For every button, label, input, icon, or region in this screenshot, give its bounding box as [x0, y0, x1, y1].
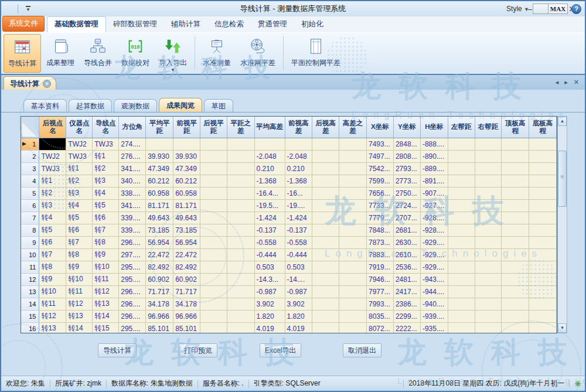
cell[interactable]	[529, 212, 557, 224]
cell[interactable]	[529, 322, 557, 333]
row-header[interactable]: ▶1	[21, 138, 39, 150]
cell[interactable]	[200, 273, 227, 285]
cell[interactable]	[227, 322, 254, 333]
cell[interactable]: -927....	[420, 199, 448, 212]
cell[interactable]	[339, 261, 367, 273]
cell[interactable]: 转3	[66, 187, 93, 199]
cell[interactable]: 2724...	[393, 199, 420, 212]
cell[interactable]: 2808...	[393, 150, 420, 162]
cell[interactable]	[475, 310, 502, 322]
cell[interactable]	[529, 138, 557, 150]
cell[interactable]: -0.558	[285, 236, 312, 248]
cell[interactable]: 60.902	[146, 273, 173, 285]
cell[interactable]: 转1	[93, 150, 119, 162]
cell[interactable]: 2750...	[393, 187, 420, 199]
cell[interactable]	[339, 224, 367, 236]
cell[interactable]: 3.902	[285, 298, 312, 310]
cell[interactable]	[529, 175, 557, 187]
column-header[interactable]: H坐标	[420, 117, 448, 138]
cell[interactable]: 转10	[93, 261, 119, 273]
cell[interactable]: TWJ3	[66, 150, 93, 162]
cell[interactable]	[200, 248, 227, 261]
cell[interactable]: 2417...	[393, 285, 420, 298]
cell[interactable]: 340....	[119, 175, 146, 187]
cell[interactable]: 转4	[93, 187, 119, 199]
column-header[interactable]: 后视点名	[39, 117, 66, 138]
cell[interactable]: -1.368	[254, 175, 285, 187]
column-header[interactable]: 平距之差	[227, 117, 254, 138]
cell[interactable]: 81.171	[173, 199, 200, 212]
cell[interactable]: -0.137	[285, 224, 312, 236]
cell[interactable]	[475, 150, 502, 162]
cell[interactable]	[448, 261, 475, 273]
row-header[interactable]: 10	[21, 248, 39, 261]
cell[interactable]: 49.643	[146, 212, 173, 224]
cell[interactable]: 60.958	[173, 187, 200, 199]
cell[interactable]	[448, 273, 475, 285]
cell[interactable]	[312, 212, 339, 224]
row-header[interactable]: 15	[21, 310, 39, 322]
cell[interactable]	[339, 248, 367, 261]
cell[interactable]	[227, 175, 254, 187]
cell[interactable]: 2386...	[393, 298, 420, 310]
cell[interactable]: -0.987	[285, 285, 312, 298]
cell[interactable]	[227, 261, 254, 273]
cell[interactable]: -1.424	[285, 212, 312, 224]
cell[interactable]	[200, 224, 227, 236]
column-header[interactable]: 底板高程	[529, 117, 557, 138]
cell[interactable]: 转2	[93, 162, 119, 175]
cell[interactable]	[312, 322, 339, 333]
cell[interactable]: 295....	[119, 322, 146, 333]
cell[interactable]: 转10	[39, 285, 66, 298]
cell[interactable]: 7542...	[366, 162, 393, 175]
cell[interactable]: 2536...	[393, 261, 420, 273]
cell[interactable]: 转7	[66, 236, 93, 248]
cell[interactable]: 47.349	[146, 162, 173, 175]
cell[interactable]	[39, 138, 66, 150]
cell[interactable]: -929....	[420, 236, 448, 248]
cell[interactable]: 1.820	[285, 310, 312, 322]
close-document-icon[interactable]: ✕	[574, 79, 579, 86]
cell[interactable]	[502, 150, 529, 162]
column-header[interactable]: 后视高差	[312, 117, 339, 138]
scroll-up-icon[interactable]: ▲	[558, 117, 567, 126]
cell[interactable]: -940....	[420, 298, 448, 310]
cell[interactable]: 转1	[66, 162, 93, 175]
cell[interactable]: 60.212	[173, 175, 200, 187]
cell[interactable]	[227, 248, 254, 261]
cell[interactable]: 7497...	[366, 150, 393, 162]
ribbon-tab-1[interactable]: 系统文件	[2, 16, 45, 32]
cell[interactable]	[227, 273, 254, 285]
cell[interactable]	[312, 273, 339, 285]
cell[interactable]: 1.820	[254, 310, 285, 322]
cell[interactable]	[502, 138, 529, 150]
cell[interactable]	[475, 298, 502, 310]
cell[interactable]: 转7	[39, 248, 66, 261]
cell[interactable]: 60.212	[146, 175, 173, 187]
cell[interactable]	[529, 261, 557, 273]
cell[interactable]	[448, 236, 475, 248]
cell[interactable]: 转6	[66, 224, 93, 236]
cell[interactable]	[312, 138, 339, 150]
row-header[interactable]: 8	[21, 224, 39, 236]
cell[interactable]: 转6	[93, 212, 119, 224]
cell[interactable]: 转8	[66, 248, 93, 261]
cell[interactable]: 转11	[66, 285, 93, 298]
cell[interactable]: 转2	[39, 187, 66, 199]
cell[interactable]: 296....	[119, 310, 146, 322]
cell[interactable]: 转5	[39, 224, 66, 236]
dropdown-arrow-icon[interactable]: ▼	[171, 68, 175, 72]
cell[interactable]: 2610...	[393, 248, 420, 261]
cell[interactable]	[529, 236, 557, 248]
cell[interactable]: 转12	[39, 310, 66, 322]
cell[interactable]	[339, 285, 367, 298]
cell[interactable]: TWJ3	[93, 138, 119, 150]
document-tab-traverse-calc[interactable]: 导线计算 ✕	[4, 76, 56, 91]
cell[interactable]: 85.101	[146, 322, 173, 333]
cell[interactable]	[200, 322, 227, 333]
column-header[interactable]: 左帮距	[448, 117, 475, 138]
cell[interactable]: 转13	[93, 298, 119, 310]
row-header[interactable]: 16	[21, 322, 39, 333]
cell[interactable]: 2848...	[393, 138, 420, 150]
cell[interactable]: -1.368	[285, 175, 312, 187]
